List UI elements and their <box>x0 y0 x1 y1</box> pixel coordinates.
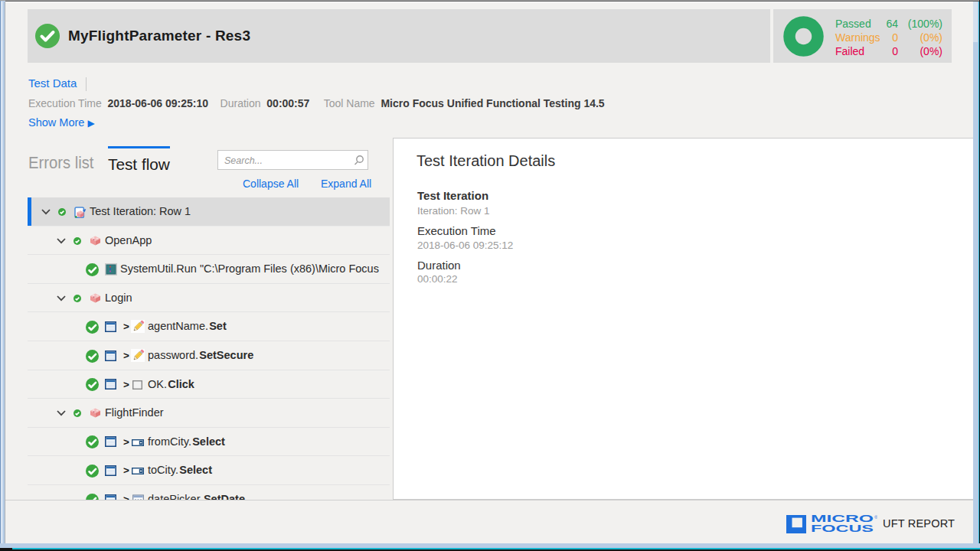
svg-text:FOCUS: FOCUS <box>811 523 874 534</box>
svg-text:®: ® <box>874 515 877 520</box>
svg-text:MICRO: MICRO <box>811 514 874 524</box>
